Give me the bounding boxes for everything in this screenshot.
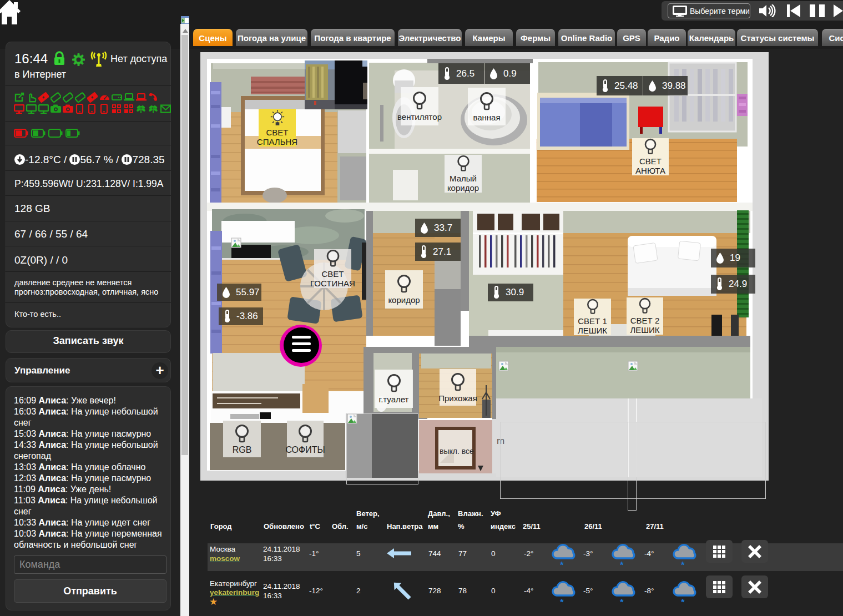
svg-text:*: * bbox=[681, 560, 685, 569]
svg-text:*: * bbox=[560, 597, 564, 606]
svg-text:*: * bbox=[620, 560, 624, 569]
svg-text:*: * bbox=[560, 560, 564, 569]
svg-text:*: * bbox=[620, 597, 624, 606]
svg-text:*: * bbox=[681, 597, 685, 606]
